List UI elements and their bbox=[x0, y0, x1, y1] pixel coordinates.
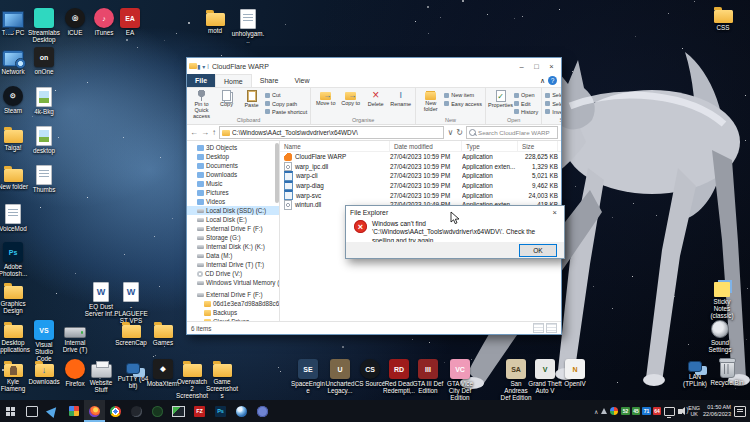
nav-item-3d-objects[interactable]: 3D Objects bbox=[187, 143, 279, 152]
language-indicator[interactable]: ENG UK bbox=[688, 405, 700, 417]
nav-item-windows-virtual-memory[interactable]: Windows Virtual Memory ( bbox=[187, 278, 279, 287]
temp-badge-71[interactable]: 71 bbox=[642, 407, 651, 416]
desktop-icon-unholygam[interactable]: unholygam... bbox=[231, 8, 265, 44]
details-view-button[interactable] bbox=[533, 323, 544, 333]
desktop-icon-ea[interactable]: EAEA bbox=[113, 8, 147, 36]
file-row-cloudflare-warp[interactable]: CloudFlare WARP27/04/2023 10:59 PMApplic… bbox=[280, 152, 561, 162]
ribbon-button-invert-selection[interactable]: Invert selection bbox=[545, 108, 561, 116]
ribbon-button-copy-to[interactable]: Copy to bbox=[338, 89, 363, 117]
help-icon[interactable]: ? bbox=[548, 76, 557, 85]
ribbon-button-new-folder[interactable]: New folder bbox=[418, 89, 443, 117]
taskbar-photos-icon[interactable] bbox=[63, 400, 84, 422]
taskbar-mail-icon[interactable] bbox=[42, 400, 63, 422]
taskbar-task-view-icon[interactable] bbox=[21, 400, 42, 422]
ribbon-button-copy[interactable]: Copy bbox=[214, 89, 239, 117]
taskbar-globe-icon[interactable] bbox=[231, 400, 252, 422]
maximize-button[interactable]: □ bbox=[529, 59, 544, 73]
desktop-icon-eq-dust-server-inf[interactable]: EQ Dust Server Inf... bbox=[84, 281, 118, 317]
taskbar-discord-icon[interactable] bbox=[252, 400, 273, 422]
file-row-warp-cli[interactable]: warp-cli27/04/2023 10:59 PMApplication5,… bbox=[280, 171, 561, 181]
thumbnails-view-button[interactable] bbox=[546, 323, 557, 333]
desktop-icon-network[interactable]: Network bbox=[0, 47, 30, 75]
desktop-icon-openiv[interactable]: NOpenIV bbox=[558, 359, 592, 387]
desktop-icon-sticky-notes-classic[interactable]: Sticky Notes (classic) bbox=[705, 279, 739, 319]
refresh-icon[interactable]: ↻ bbox=[456, 128, 463, 137]
action-center-icon[interactable] bbox=[734, 406, 746, 417]
desktop-icon-recycle-bin[interactable]: Recycle Bin bbox=[710, 357, 744, 386]
ribbon-button-paste-shortcut[interactable]: Paste shortcut bbox=[265, 108, 307, 116]
ribbon-button-copy-path[interactable]: Copy path bbox=[265, 99, 307, 107]
volume-icon[interactable] bbox=[678, 409, 682, 414]
desktop-icon-new-folder[interactable]: New folder bbox=[0, 164, 30, 190]
nav-item-documents[interactable]: Documents bbox=[187, 161, 279, 170]
desktop-icon-sound-settings[interactable]: Sound Settings bbox=[703, 318, 737, 353]
nav-item-videos[interactable]: Videos bbox=[187, 197, 279, 206]
taskbar-firefox-icon[interactable] bbox=[84, 400, 105, 422]
nav-item-cd-drive-v[interactable]: CD Drive (V:) bbox=[187, 269, 279, 278]
quick-access-toolbar-icon[interactable]: ▮ bbox=[197, 63, 200, 70]
nav-item-backups[interactable]: Backups bbox=[187, 308, 279, 317]
ribbon-button-new-item[interactable]: New item bbox=[444, 91, 482, 99]
tray-triangle-icon[interactable] bbox=[601, 408, 607, 414]
taskbar-sharex-icon[interactable] bbox=[168, 400, 189, 422]
taskbar-filezilla-icon[interactable]: FZ bbox=[189, 400, 210, 422]
ribbon-button-rename[interactable]: Rename bbox=[388, 89, 413, 117]
file-row-warp-svc[interactable]: warp-svc27/04/2023 10:59 PMApplication24… bbox=[280, 190, 561, 200]
nav-item-music[interactable]: Music bbox=[187, 179, 279, 188]
tab-view[interactable]: View bbox=[286, 74, 317, 87]
ribbon-button-history[interactable]: History bbox=[514, 108, 538, 116]
taskbar-photoshop-icon[interactable]: Ps bbox=[210, 400, 231, 422]
taskbar-spotify-icon[interactable] bbox=[147, 400, 168, 422]
file-row-warp-diag[interactable]: warp-diag27/04/2023 10:59 PMApplication9… bbox=[280, 181, 561, 191]
ribbon-button-pin-to-quick-access[interactable]: Pin to Quick access bbox=[189, 89, 214, 117]
taskbar-clock[interactable]: 01:50 AM 22/06/2023 bbox=[703, 404, 731, 417]
desktop-icon-uncharted-legacy[interactable]: UUncharted Legacy... bbox=[323, 359, 357, 394]
taskbar-game-icon[interactable] bbox=[126, 400, 147, 422]
nav-item-desktop[interactable]: Desktop bbox=[187, 152, 279, 161]
nav-item-internal-disk-k-k[interactable]: Internal Disk (K:) (K:) bbox=[187, 242, 279, 251]
ribbon-button-open[interactable]: Open bbox=[514, 91, 538, 99]
desktop-icon-voicemod[interactable]: VoiceMod bbox=[0, 203, 30, 232]
address-input[interactable]: C:\Windows\AAct_Tools\wdvdriver\x64WDV\ bbox=[219, 126, 444, 139]
desktop-icon-taiga[interactable]: Taiga! bbox=[0, 125, 30, 151]
desktop-icon-desktop-applications[interactable]: Desktop Applications bbox=[0, 320, 30, 353]
nav-item-external-drive-f-f[interactable]: External Drive F (F:) bbox=[187, 224, 279, 233]
ribbon-button-easy-access[interactable]: Easy access bbox=[444, 99, 482, 107]
desktop-icon-website-stuff[interactable]: Website Stuff bbox=[84, 359, 118, 393]
nav-item-internal-drive-t-t[interactable]: Internal Drive (T) (T:) bbox=[187, 260, 279, 269]
nav-item-local-disk-ssd-c[interactable]: Local Disk (SSD) (C:) bbox=[187, 206, 279, 215]
forward-button[interactable]: → bbox=[201, 128, 209, 137]
close-button[interactable]: × bbox=[544, 59, 559, 73]
column-type[interactable]: Type bbox=[462, 141, 518, 151]
column-date-modified[interactable]: Date modified bbox=[390, 141, 462, 151]
desktop-icon-spaceengine[interactable]: SESpaceEngine bbox=[291, 359, 325, 394]
nav-item-external-drive-f-f[interactable]: External Drive F (F:) bbox=[187, 290, 279, 299]
desktop-icon-motd[interactable]: motd bbox=[198, 8, 232, 34]
nav-item-06d1e3ea7d98a8d88c6052fe[interactable]: 06d1e3ea7d98a8d88c6052fe bbox=[187, 299, 279, 308]
minimize-button[interactable]: – bbox=[514, 59, 529, 73]
nav-item-storage-g[interactable]: Storage (G:) bbox=[187, 233, 279, 242]
ribbon-button-properties[interactable]: Properties bbox=[488, 89, 513, 117]
ribbon-button-paste[interactable]: Paste bbox=[239, 89, 264, 117]
desktop-icon-grand-theft-auto-v[interactable]: VGrand Theft Auto V bbox=[528, 359, 562, 394]
address-dropdown-icon[interactable]: ∨ bbox=[447, 128, 453, 137]
nav-scrollbar[interactable] bbox=[275, 143, 279, 203]
ribbon-button-move-to[interactable]: Move to bbox=[313, 89, 338, 117]
explorer-titlebar[interactable]: ▮ ▾ | CloudFlare WARP – □ × bbox=[187, 58, 561, 74]
taskbar-start-button[interactable] bbox=[0, 400, 21, 422]
up-button[interactable]: ↑ bbox=[212, 128, 216, 137]
file-row-warp-ipc-dll[interactable]: warp_ipc.dll27/04/2023 10:59 PMApplicati… bbox=[280, 162, 561, 172]
desktop-icon-downloads[interactable]: Downloads bbox=[27, 359, 61, 385]
desktop-icon-streamlabs-desktop[interactable]: Streamlabs Desktop bbox=[27, 8, 61, 43]
tab-share[interactable]: Share bbox=[252, 74, 287, 87]
ribbon-button-select-none[interactable]: Select none bbox=[545, 99, 561, 107]
quick-access-dropdown-icon[interactable]: ▾ bbox=[202, 63, 205, 70]
nav-item-pictures[interactable]: Pictures bbox=[187, 188, 279, 197]
ribbon-button-delete[interactable]: Delete bbox=[363, 89, 388, 117]
desktop-icon-onone[interactable]: ononOne bbox=[27, 47, 61, 75]
ok-button[interactable]: OK bbox=[519, 244, 557, 257]
desktop-icon-kyle-flameng[interactable]: Kyle Flameng bbox=[0, 359, 30, 392]
desktop-icon-desktop[interactable]: desktop bbox=[27, 125, 61, 154]
desktop-icon-screencap[interactable]: ScreenCap bbox=[114, 320, 148, 346]
desktop-icon-gta-vice-city-def-edition[interactable]: VCGTA Vice City Def Edition bbox=[443, 359, 477, 401]
